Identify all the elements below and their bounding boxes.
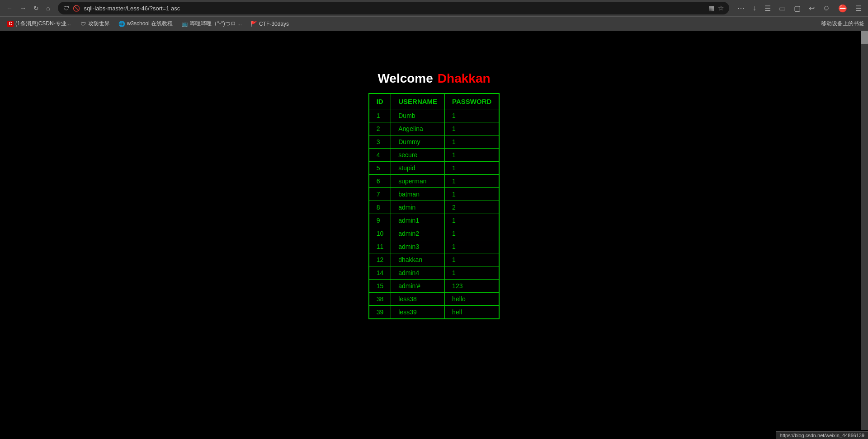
- cell-id: 9: [369, 214, 391, 227]
- forward-icon: →: [20, 5, 26, 12]
- cell-password: 1: [445, 240, 500, 253]
- address-bar-container: 🛡 🚫 ▦ ☆: [58, 2, 729, 14]
- status-url: https://blog.csdn.net/weixin_44866139: [780, 433, 864, 438]
- site-name: Dhakkan: [438, 71, 491, 86]
- cell-password: 1: [445, 175, 500, 188]
- cell-username: admin2: [391, 227, 445, 240]
- bookmark-csdn-label: (1条消息)CSDN-专业...: [15, 20, 71, 28]
- scrollbar-thumb[interactable]: [861, 31, 868, 44]
- cell-password: 1: [445, 214, 500, 227]
- bookmark-attack-world[interactable]: 🛡 攻防世界: [76, 19, 113, 29]
- cell-id: 12: [369, 253, 391, 266]
- welcome-heading: Welcome Dhakkan: [377, 71, 490, 86]
- status-bar: https://blog.csdn.net/weixin_44866139: [776, 431, 868, 439]
- table-row: 6superman1: [369, 175, 500, 188]
- page-content: Welcome Dhakkan ID USERNAME PASSWORD 1Du…: [0, 31, 868, 437]
- home-button[interactable]: ⌂: [43, 3, 52, 14]
- cell-password: 1: [445, 253, 500, 266]
- bookmarks-bar: C (1条消息)CSDN-专业... 🛡 攻防世界 🌐 w3school 在线教…: [0, 16, 868, 31]
- cell-password: 1: [445, 135, 500, 149]
- cell-password: 1: [445, 266, 500, 280]
- cell-id: 6: [369, 175, 391, 188]
- csdn-icon: C: [7, 21, 14, 27]
- browser-chrome: ← → ↻ ⌂ 🛡 🚫 ▦ ☆ ⋯ ↓ ☰ ▭ ▢ ↩ ☺ ⛔ ☰: [0, 0, 868, 31]
- table-row: 3Dummy1: [369, 135, 500, 149]
- bookmark-bilibili[interactable]: 📺 哔哩哔哩（°-°)つロ ...: [178, 19, 245, 29]
- cell-id: 10: [369, 227, 391, 240]
- table-row: 15admin'#123: [369, 280, 500, 293]
- col-id-header: ID: [369, 93, 391, 109]
- bookmark-attack-label: 攻防世界: [88, 20, 110, 28]
- bookmark-star-button[interactable]: ☆: [718, 4, 724, 12]
- download-button[interactable]: ↓: [750, 2, 759, 14]
- cell-password: 1: [445, 162, 500, 175]
- screenshot-button[interactable]: ▢: [791, 2, 803, 14]
- back-icon: ←: [6, 5, 13, 12]
- cell-id: 3: [369, 135, 391, 149]
- back-button[interactable]: ←: [4, 3, 15, 14]
- bookmark-ctf-label: CTF-30days: [259, 21, 289, 27]
- qr-icon[interactable]: ▦: [708, 5, 714, 12]
- cell-id: 39: [369, 306, 391, 319]
- data-table: ID USERNAME PASSWORD 1Dumb12Angelina13Du…: [368, 93, 500, 319]
- bookmark-bilibili-label: 哔哩哔哩（°-°)つロ ...: [190, 20, 242, 28]
- table-row: 5stupid1: [369, 162, 500, 175]
- cell-username: batman: [391, 188, 445, 201]
- cell-username: admin'#: [391, 280, 445, 293]
- bilibili-icon: 📺: [182, 21, 188, 27]
- cell-username: secure: [391, 149, 445, 162]
- cell-password: 1: [445, 149, 500, 162]
- cell-password: 1: [445, 227, 500, 240]
- table-row: 8admin2: [369, 201, 500, 214]
- split-view-button[interactable]: ▭: [776, 2, 788, 14]
- bookmark-w3school[interactable]: 🌐 w3school 在线教程: [115, 19, 176, 29]
- address-bar[interactable]: [84, 5, 704, 12]
- vpn-button[interactable]: ⛔: [835, 2, 850, 14]
- cell-password: hello: [445, 293, 500, 306]
- bookmark-w3school-label: w3school 在线教程: [127, 20, 173, 28]
- account-button[interactable]: ☺: [820, 2, 833, 14]
- welcome-text: Welcome: [377, 71, 433, 86]
- shield-bookmark-icon: 🛡: [80, 21, 86, 27]
- back-forward-button[interactable]: ↩: [806, 2, 817, 14]
- more-button[interactable]: ⋯: [735, 2, 747, 14]
- cell-id: 15: [369, 280, 391, 293]
- cell-id: 5: [369, 162, 391, 175]
- table-row: 14admin41: [369, 266, 500, 280]
- cell-password: 1: [445, 109, 500, 122]
- refresh-icon: ↻: [33, 5, 39, 12]
- cell-username: Angelina: [391, 122, 445, 135]
- cell-password: 1: [445, 188, 500, 201]
- cell-id: 4: [369, 149, 391, 162]
- table-row: 1Dumb1: [369, 109, 500, 122]
- cell-password: hell: [445, 306, 500, 319]
- refresh-button[interactable]: ↻: [31, 3, 42, 14]
- cell-id: 14: [369, 266, 391, 280]
- cell-id: 8: [369, 201, 391, 214]
- library-button[interactable]: ☰: [762, 2, 774, 14]
- table-row: 39less39hell: [369, 306, 500, 319]
- col-password-header: PASSWORD: [445, 93, 500, 109]
- cell-username: admin4: [391, 266, 445, 280]
- cell-username: stupid: [391, 162, 445, 175]
- cell-id: 11: [369, 240, 391, 253]
- cell-username: less39: [391, 306, 445, 319]
- home-icon: ⌂: [46, 5, 50, 12]
- forward-button[interactable]: →: [17, 3, 29, 14]
- bookmark-csdn[interactable]: C (1条消息)CSDN-专业...: [4, 19, 75, 29]
- browser-toolbar-right: ⋯ ↓ ☰ ▭ ▢ ↩ ☺ ⛔ ☰: [735, 2, 864, 14]
- cell-id: 7: [369, 188, 391, 201]
- menu-button[interactable]: ☰: [853, 2, 864, 14]
- scrollbar[interactable]: [861, 31, 868, 430]
- table-row: 4secure1: [369, 149, 500, 162]
- cell-username: admin1: [391, 214, 445, 227]
- ctf-icon: 🚩: [251, 21, 257, 27]
- mobile-bookmarks[interactable]: 移动设备上的书签: [821, 20, 864, 28]
- shield-icon: 🛡: [63, 5, 69, 12]
- bookmark-ctf[interactable]: 🚩 CTF-30days: [247, 19, 292, 28]
- table-row: 12dhakkan1: [369, 253, 500, 266]
- table-row: 11admin31: [369, 240, 500, 253]
- cell-username: superman: [391, 175, 445, 188]
- tracking-icon: 🚫: [73, 5, 80, 12]
- table-row: 9admin11: [369, 214, 500, 227]
